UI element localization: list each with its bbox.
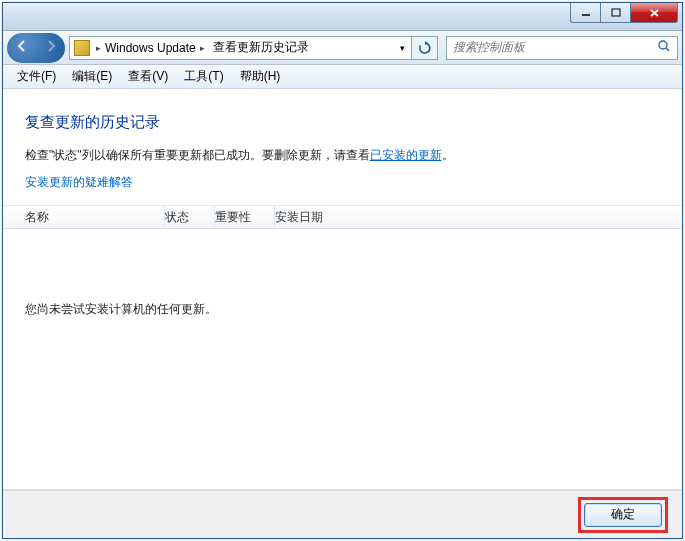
maximize-button[interactable] [600, 3, 630, 23]
svg-line-3 [666, 48, 669, 51]
table-header: 名称 状态 重要性 安装日期 [3, 205, 682, 229]
breadcrumb-seg-history[interactable]: 查看更新历史记录 [209, 39, 313, 56]
column-status[interactable]: 状态 [165, 206, 215, 228]
arrow-left-icon [15, 39, 29, 53]
menu-file[interactable]: 文件(F) [9, 65, 64, 88]
arrow-right-icon [44, 39, 58, 53]
refresh-button[interactable] [412, 36, 438, 60]
svg-point-2 [659, 41, 667, 49]
breadcrumb-seg-windows-update[interactable]: Windows Update ▸ [101, 41, 209, 55]
menu-view[interactable]: 查看(V) [120, 65, 176, 88]
installed-updates-link[interactable]: 已安装的更新 [370, 148, 442, 162]
column-name[interactable]: 名称 [25, 206, 165, 228]
search-icon[interactable] [657, 39, 671, 56]
page-title: 复查更新的历史记录 [25, 113, 660, 132]
back-button[interactable] [15, 39, 29, 56]
navigation-bar: ▸ Windows Update ▸ 查看更新历史记录 ▾ 搜索控制面板 [3, 31, 682, 65]
troubleshoot-link[interactable]: 安装更新的疑难解答 [25, 174, 660, 191]
svg-rect-1 [612, 9, 620, 16]
window-frame: ▸ Windows Update ▸ 查看更新历史记录 ▾ 搜索控制面板 文件(… [2, 2, 683, 539]
empty-message: 您尚未尝试安装计算机的任何更新。 [25, 301, 217, 318]
footer-bar: 确定 [3, 490, 682, 538]
address-bar-wrap: ▸ Windows Update ▸ 查看更新历史记录 ▾ [69, 36, 438, 60]
description-text: 检查"状态"列以确保所有重要更新都已成功。要删除更新，请查看已安装的更新。 [25, 146, 660, 164]
search-placeholder: 搜索控制面板 [453, 39, 525, 56]
ok-button-highlight: 确定 [578, 497, 668, 533]
menu-tools[interactable]: 工具(T) [176, 65, 231, 88]
nav-back-forward [7, 33, 65, 63]
address-dropdown[interactable]: ▾ [393, 43, 411, 53]
breadcrumb-label: 查看更新历史记录 [213, 39, 309, 56]
update-list: 您尚未尝试安装计算机的任何更新。 [3, 229, 682, 490]
minimize-button[interactable] [570, 3, 600, 23]
control-panel-icon [74, 40, 90, 56]
maximize-icon [611, 8, 621, 18]
column-importance[interactable]: 重要性 [215, 206, 275, 228]
menu-edit[interactable]: 编辑(E) [64, 65, 120, 88]
svg-rect-0 [582, 14, 590, 16]
window-controls [570, 3, 678, 23]
breadcrumb-label: Windows Update [105, 41, 196, 55]
desc-prefix: 检查"状态"列以确保所有重要更新都已成功。要删除更新，请查看 [25, 148, 370, 162]
ok-button[interactable]: 确定 [584, 503, 662, 527]
breadcrumb-chevron-icon[interactable]: ▸ [200, 43, 205, 53]
refresh-icon [418, 41, 432, 55]
forward-button[interactable] [44, 39, 58, 56]
address-bar[interactable]: ▸ Windows Update ▸ 查看更新历史记录 ▾ [69, 36, 412, 60]
content-area: 复查更新的历史记录 检查"状态"列以确保所有重要更新都已成功。要删除更新，请查看… [3, 91, 682, 490]
close-button[interactable] [630, 3, 678, 23]
menu-help[interactable]: 帮助(H) [232, 65, 289, 88]
search-input[interactable]: 搜索控制面板 [446, 36, 678, 60]
column-install-date[interactable]: 安装日期 [275, 206, 355, 228]
titlebar[interactable] [3, 3, 682, 31]
close-icon [649, 8, 660, 18]
menu-bar: 文件(F) 编辑(E) 查看(V) 工具(T) 帮助(H) [3, 65, 682, 89]
minimize-icon [581, 8, 591, 18]
desc-suffix: 。 [442, 148, 454, 162]
